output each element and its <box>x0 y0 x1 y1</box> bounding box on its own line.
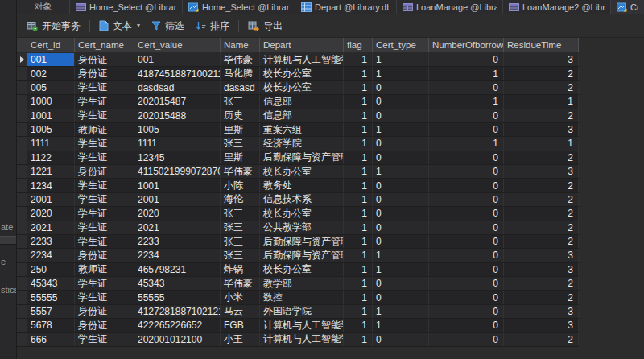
cell-Name[interactable]: 小陈 <box>221 179 260 192</box>
cell-NumberOfborrow[interactable]: 0 <box>429 165 504 178</box>
cell-Cert_type[interactable]: 0 <box>373 333 429 346</box>
cell-ResidueTime[interactable]: 2 <box>504 277 579 290</box>
cell-NumberOfborrow[interactable]: 0 <box>429 151 504 164</box>
cell-Depart[interactable]: 计算机与人工智能学院 <box>260 53 344 66</box>
cell-ResidueTime[interactable]: 2 <box>504 221 579 234</box>
cell-Cert_id[interactable]: 1005 <box>27 123 75 136</box>
cell-Name[interactable]: 张三 <box>221 95 260 108</box>
row-selector[interactable] <box>17 333 27 346</box>
cell-Depart[interactable]: 信息部 <box>260 109 344 122</box>
cell-ResidueTime[interactable]: 2 <box>504 333 579 346</box>
row-selector[interactable] <box>17 221 27 234</box>
cell-ResidueTime[interactable]: 3 <box>504 53 579 66</box>
cell-ResidueTime[interactable]: 3 <box>504 263 579 276</box>
cell-Cert_value[interactable]: 55555 <box>134 291 221 303</box>
cell-flag[interactable]: 1 <box>344 165 373 178</box>
cell-Depart[interactable]: 经济学院 <box>260 137 344 150</box>
cell-NumberOfborrow[interactable]: 1 <box>429 67 504 80</box>
cell-Cert_id[interactable]: 666 <box>27 333 75 346</box>
cell-Depart[interactable]: 后勤保障与资产管理处 <box>260 249 344 262</box>
cell-Cert_value[interactable]: 422265226652 <box>134 319 221 332</box>
cell-NumberOfborrow[interactable]: 0 <box>429 319 504 332</box>
cell-Cert_name[interactable]: 学生证 <box>75 137 134 150</box>
cell-Name[interactable]: FGB <box>221 319 260 332</box>
tab-5[interactable]: LoanManage2 @Libra... <box>503 0 611 14</box>
cell-Cert_value[interactable]: 465798231 <box>134 263 221 276</box>
row-selector-header[interactable] <box>17 38 27 52</box>
cell-Depart[interactable]: 教务处 <box>260 179 344 192</box>
cell-Cert_value[interactable]: 2233 <box>134 235 221 248</box>
cell-Depart[interactable]: 后勤保障与资产管理处 <box>260 235 344 248</box>
cell-Cert_id[interactable]: 1000 <box>27 95 75 108</box>
cell-NumberOfborrow[interactable]: 0 <box>429 109 504 122</box>
cell-Cert_name[interactable]: 教师证 <box>75 263 134 276</box>
cell-Name[interactable]: 张三 <box>221 207 260 220</box>
cell-Cert_value[interactable]: 2234 <box>134 249 221 262</box>
cell-Cert_type[interactable]: 0 <box>373 179 429 192</box>
cell-ResidueTime[interactable]: 2 <box>504 179 579 192</box>
cell-flag[interactable]: 1 <box>344 277 373 290</box>
column-header-Cert_type[interactable]: Cert_type <box>373 38 429 52</box>
row-selector[interactable] <box>17 249 27 262</box>
cell-ResidueTime[interactable]: 2 <box>504 67 579 80</box>
cell-NumberOfborrow[interactable]: 0 <box>429 193 504 206</box>
cell-NumberOfborrow[interactable]: 0 <box>429 333 504 346</box>
cell-Cert_value[interactable]: dasdsad <box>134 81 221 94</box>
cell-Depart[interactable]: 数控 <box>260 291 344 303</box>
cell-Cert_value[interactable]: 12345 <box>134 151 221 164</box>
row-selector[interactable] <box>17 179 27 192</box>
row-selector[interactable] <box>17 151 27 164</box>
cell-Depart[interactable]: 后勤保障与资产管理处 <box>260 151 344 164</box>
row-selector[interactable] <box>17 67 27 80</box>
cell-Cert_name[interactable]: 学生证 <box>75 235 134 248</box>
cell-flag[interactable]: 1 <box>344 263 373 276</box>
cell-ResidueTime[interactable]: 1 <box>504 137 579 150</box>
cell-Cert_name[interactable]: 身份证 <box>75 249 134 262</box>
cell-Cert_id[interactable]: 005 <box>27 81 75 94</box>
cell-Depart[interactable]: 信息部 <box>260 95 344 108</box>
cell-Cert_name[interactable]: 身份证 <box>75 53 134 66</box>
cell-Depart[interactable]: 校长办公室 <box>260 81 344 94</box>
cell-Cert_type[interactable]: 1 <box>373 165 429 178</box>
cell-Name[interactable]: 小米 <box>221 291 260 303</box>
cell-flag[interactable]: 1 <box>344 81 373 94</box>
cell-NumberOfborrow[interactable]: 0 <box>429 81 504 94</box>
cell-Cert_type[interactable]: 0 <box>373 235 429 248</box>
cell-Depart[interactable]: 公共教学部 <box>260 221 344 234</box>
row-selector[interactable] <box>17 81 27 94</box>
cell-Cert_id[interactable]: 1221 <box>27 165 75 178</box>
cell-Cert_name[interactable]: 教师证 <box>75 123 134 136</box>
cell-Depart[interactable]: 校长办公室 <box>260 263 344 276</box>
tab-objects[interactable]: 对象 <box>17 0 70 14</box>
cell-Cert_type[interactable]: 0 <box>373 277 429 290</box>
row-selector[interactable] <box>17 109 27 122</box>
row-selector[interactable] <box>17 235 27 248</box>
cell-Cert_type[interactable]: 1 <box>373 263 429 276</box>
cell-Name[interactable]: dasasd <box>221 81 260 94</box>
cell-Cert_id[interactable]: 1122 <box>27 151 75 164</box>
cell-Cert_name[interactable]: 学生证 <box>75 95 134 108</box>
row-selector[interactable] <box>17 193 27 206</box>
cell-flag[interactable]: 1 <box>344 249 373 262</box>
cell-Cert_id[interactable]: 2234 <box>27 249 75 262</box>
row-selector[interactable] <box>17 207 27 220</box>
cell-Cert_type[interactable]: 0 <box>373 109 429 122</box>
tab-4[interactable]: LoanManage @Librar... <box>397 0 503 14</box>
cell-Cert_name[interactable]: 学生证 <box>75 193 134 206</box>
cell-Cert_type[interactable]: 0 <box>373 291 429 303</box>
column-header-Cert_id[interactable]: Cert_id <box>27 38 75 52</box>
tab-3[interactable]: Depart @Library.dbo ... <box>295 0 397 14</box>
cell-NumberOfborrow[interactable]: 0 <box>429 207 504 220</box>
cell-NumberOfborrow[interactable]: 0 <box>429 221 504 234</box>
cell-flag[interactable]: 1 <box>344 291 373 303</box>
cell-Cert_id[interactable]: 001 <box>27 53 75 66</box>
cell-Depart[interactable]: 计算机与人工智能学院 <box>260 333 344 346</box>
cell-Depart[interactable]: 外国语学院 <box>260 305 344 318</box>
cell-Cert_type[interactable]: 0 <box>373 221 429 234</box>
cell-Cert_name[interactable]: 学生证 <box>75 81 134 94</box>
cell-ResidueTime[interactable]: 3 <box>504 319 579 332</box>
tab-1[interactable]: Home_Select @Librar... <box>70 0 183 14</box>
cell-Cert_type[interactable]: 1 <box>373 305 429 318</box>
cell-Cert_type[interactable]: 1 <box>373 249 429 262</box>
cell-Depart[interactable]: 计算机与人工智能学院 <box>260 319 344 332</box>
